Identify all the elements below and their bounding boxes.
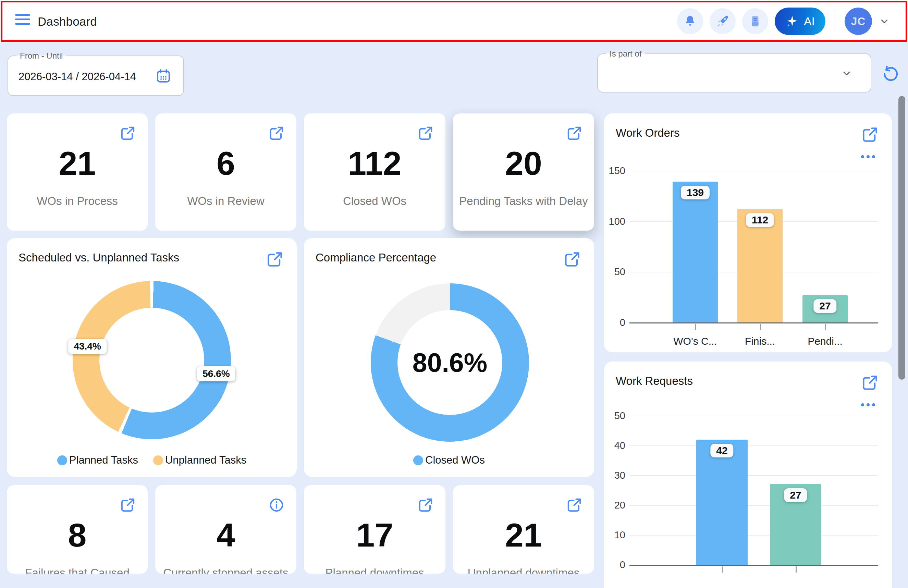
launch-button[interactable] <box>710 8 736 34</box>
y-axis-tick-label: 150 <box>604 165 625 176</box>
ai-button-label: AI <box>804 15 815 28</box>
scheduled-vs-unplanned-card: Scheduled vs. Unplanned Tasks 56.6%43.4%… <box>7 238 297 477</box>
bar[interactable] <box>673 182 718 322</box>
legend-dot <box>153 455 163 466</box>
legend-dot <box>57 455 67 466</box>
kpi-label: WOs in Process <box>7 195 148 208</box>
kpi-label: WOs in Review <box>155 195 296 208</box>
kpi-card: 17Planned downtimes <box>304 485 446 574</box>
kpi-value: 21 <box>7 144 148 183</box>
external-link-icon[interactable] <box>417 125 434 142</box>
donut-percentage-badge: 43.4% <box>68 339 106 354</box>
date-range-value: 2026-03-14 / 2026-04-14 <box>18 71 136 83</box>
chart-legend: Closed WOs <box>304 454 594 466</box>
kpi-card: 21Unplanned downtimes <box>453 485 594 574</box>
kpi-value: 4 <box>155 516 296 554</box>
external-link-icon[interactable] <box>563 250 581 268</box>
kpi-value: 20 <box>453 144 594 183</box>
legend-item[interactable]: Closed WOs <box>413 454 485 466</box>
gridline <box>629 475 878 476</box>
legend-label: Unplanned Tasks <box>165 454 246 466</box>
kpi-card: 8Failures that Caused Damage <box>7 485 148 574</box>
compliance-percentage-card: Compliance Percentage 80.6% Closed WOs <box>304 238 594 477</box>
bell-icon <box>683 14 697 29</box>
scheduled-vs-unplanned-donut: 56.6%43.4% <box>72 281 231 439</box>
legend-label: Closed WOs <box>425 454 485 466</box>
bar-value-badge: 27 <box>784 488 807 502</box>
external-link-icon[interactable] <box>266 250 284 268</box>
legend-dot <box>413 455 423 466</box>
legend-label: Planned Tasks <box>69 454 138 466</box>
external-link-icon[interactable] <box>119 497 136 513</box>
gridline <box>629 171 878 171</box>
kpi-value: 112 <box>304 144 446 183</box>
y-axis-tick-label: 50 <box>604 266 625 277</box>
kpi-card: 6WOs in Review <box>155 113 296 230</box>
donut-ring <box>72 281 231 439</box>
y-axis-tick-label: 20 <box>604 499 625 511</box>
rocket-icon <box>715 14 730 29</box>
x-axis-tick <box>760 324 761 330</box>
donut-percentage-badge: 56.6% <box>197 366 235 381</box>
x-axis-category-label: WO's C... <box>673 335 717 347</box>
y-axis-tick-label: 0 <box>604 317 625 328</box>
external-link-icon[interactable] <box>417 497 434 513</box>
work-orders-chart: 050100150139WO's C...112Finis...27Pendi.… <box>604 113 892 352</box>
kpi-label: Failures that Caused Damage <box>7 566 148 574</box>
knowledge-base-button[interactable] <box>742 8 768 34</box>
bar-value-badge: 42 <box>710 444 733 458</box>
kpi-card: 21WOs in Process <box>7 113 148 230</box>
y-axis-tick-label: 40 <box>604 440 625 451</box>
kpi-value: 21 <box>453 516 594 554</box>
notifications-button[interactable] <box>677 8 703 34</box>
compliance-donut: 80.6% <box>371 284 529 442</box>
gridline <box>629 505 878 506</box>
x-axis-line <box>629 322 878 324</box>
bar-value-badge: 139 <box>681 186 710 200</box>
refresh-icon[interactable] <box>881 65 899 84</box>
compliance-center-value: 80.6% <box>371 284 529 442</box>
external-link-icon[interactable] <box>566 125 583 142</box>
legend-item[interactable]: Planned Tasks <box>57 454 138 466</box>
sparkle-ai-icon <box>785 14 799 28</box>
x-axis-tick <box>695 324 696 330</box>
external-link-icon[interactable] <box>119 125 136 142</box>
header-actions: AI JC <box>677 0 890 42</box>
legend-item[interactable]: Unplanned Tasks <box>153 454 246 466</box>
bar-value-badge: 112 <box>746 213 774 227</box>
work-requests-chart: 010203040504227 <box>604 361 892 588</box>
external-link-icon[interactable] <box>268 125 285 142</box>
y-axis-tick-label: 0 <box>604 559 625 570</box>
kpi-label: Pending Tasks with Delay <box>453 195 594 208</box>
kpi-label: Currently stopped assets <box>155 566 296 574</box>
kpi-value: 8 <box>7 516 148 554</box>
bar[interactable] <box>696 440 748 565</box>
is-part-of-select[interactable]: Is part of <box>597 53 871 92</box>
x-axis-tick <box>722 566 723 573</box>
x-axis-tick <box>795 566 797 573</box>
chevron-down-icon <box>840 67 853 79</box>
kpi-label: Unplanned downtimes <box>453 566 594 574</box>
x-axis-category-label: Pendi... <box>808 335 842 347</box>
y-axis-tick-label: 30 <box>604 470 625 481</box>
date-range-field[interactable]: From - Until 2026-03-14 / 2026-04-14 <box>8 55 184 96</box>
external-link-icon[interactable] <box>566 497 583 513</box>
calendar-icon[interactable] <box>155 68 172 84</box>
header-divider <box>835 10 836 32</box>
ai-assistant-button[interactable]: AI <box>775 8 826 35</box>
date-range-label: From - Until <box>16 51 66 61</box>
avatar-chevron-down-icon[interactable] <box>879 15 890 27</box>
info-icon[interactable] <box>268 497 285 513</box>
gridline <box>629 535 878 536</box>
gridline <box>629 416 878 416</box>
scrollbar-thumb[interactable] <box>898 96 905 380</box>
top-bar: Dashboard <box>0 0 908 42</box>
x-axis-tick <box>825 324 826 330</box>
work-requests-card: Work Requests 010203040504227 <box>604 361 892 588</box>
work-orders-card: Work Orders 050100150139WO's C...112Fini… <box>604 113 892 352</box>
kpi-value: 17 <box>304 516 446 554</box>
bar-value-badge: 27 <box>813 299 836 313</box>
is-part-of-label: Is part of <box>606 49 645 59</box>
menu-icon[interactable] <box>15 14 31 29</box>
avatar[interactable]: JC <box>845 8 872 35</box>
